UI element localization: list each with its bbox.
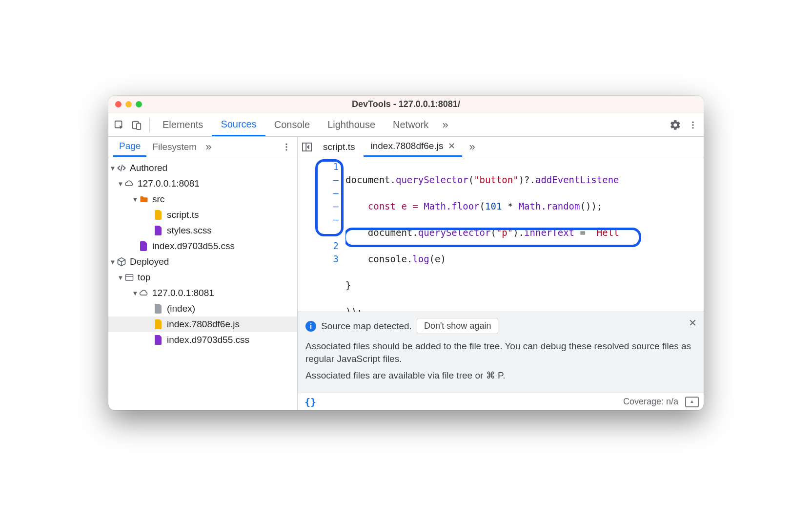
editor-statusbar: {} Coverage: n/a [298, 393, 704, 410]
svg-point-3 [692, 121, 693, 123]
pretty-print-button[interactable]: {} [303, 396, 318, 408]
tree-label: index.d9703d55.css [167, 335, 249, 345]
svg-point-8 [285, 149, 287, 150]
file-tab-label: index.7808df6e.js [370, 141, 443, 151]
svg-rect-2 [137, 123, 141, 129]
subtab-overflow-button[interactable]: » [203, 141, 214, 153]
file-tab-label: script.ts [323, 142, 355, 152]
svg-point-7 [285, 146, 287, 148]
inspect-element-icon[interactable] [110, 116, 128, 134]
line-gutter: 1 – – – – 2 3 [298, 157, 345, 266]
css-file-icon [153, 226, 164, 235]
package-icon [116, 257, 127, 267]
tree-group-authored[interactable]: ▼ Authored [108, 160, 297, 176]
file-tab-script-ts[interactable]: script.ts [316, 137, 362, 157]
infobox-text-2: Associated files are available via file … [305, 369, 696, 382]
tab-network[interactable]: Network [384, 113, 437, 136]
frame-icon [124, 274, 135, 281]
close-tab-icon[interactable]: ✕ [448, 141, 455, 151]
tree-label: (index) [167, 303, 195, 314]
close-window-button[interactable] [115, 101, 122, 107]
code-editor[interactable]: 1 – – – – 2 3 document.querySelector("bu… [298, 157, 704, 312]
infobox-title: Source map detected. [321, 321, 412, 332]
tree-label: script.ts [167, 210, 199, 220]
separator [149, 118, 150, 132]
cloud-icon [139, 289, 149, 297]
file-tab-index-js[interactable]: index.7808df6e.js ✕ [364, 137, 462, 157]
subtab-page[interactable]: Page [113, 137, 146, 157]
subtab-filesystem[interactable]: Filesystem [146, 137, 203, 157]
kebab-menu-icon[interactable] [684, 116, 702, 134]
js-file-icon [153, 319, 164, 329]
toggle-navigator-icon[interactable] [300, 140, 314, 154]
document-icon [153, 304, 164, 314]
tree-label: src [152, 194, 164, 205]
tree-label: 127.0.0.1:8081 [152, 288, 214, 298]
code-area[interactable]: document.querySelector("button")?.addEve… [345, 157, 704, 312]
tab-console[interactable]: Console [265, 113, 319, 136]
navigator-more-icon[interactable] [276, 142, 297, 152]
navigator-sidebar: Page Filesystem » ▼ Authored ▼ [108, 137, 298, 410]
file-tree: ▼ Authored ▼ 127.0.0.1:8081 ▼ [108, 157, 297, 410]
titlebar: DevTools - 127.0.0.1:8081/ [108, 96, 704, 113]
navigator-tabbar: Page Filesystem » [108, 137, 297, 157]
svg-point-6 [285, 143, 287, 145]
tree-file-index[interactable]: (index) [108, 301, 297, 316]
devtools-window: DevTools - 127.0.0.1:8081/ Elements Sour… [108, 96, 704, 410]
cloud-icon [124, 180, 135, 188]
tree-label: styles.scss [167, 225, 212, 236]
tree-label: Deployed [130, 256, 169, 267]
css-file-icon [139, 241, 149, 251]
svg-point-4 [692, 124, 693, 126]
sourcemap-infobox: ✕ i Source map detected. Don't show agai… [298, 312, 704, 393]
window-title: DevTools - 127.0.0.1:8081/ [108, 99, 704, 109]
traffic-lights [108, 101, 142, 107]
tree-host-authored[interactable]: ▼ 127.0.0.1:8081 [108, 176, 297, 191]
css-file-icon [153, 335, 164, 345]
device-toolbar-icon[interactable] [128, 116, 145, 134]
tree-host-deployed[interactable]: ▼ 127.0.0.1:8081 [108, 285, 297, 301]
dont-show-again-button[interactable]: Don't show again [417, 318, 499, 334]
tree-file-script-ts[interactable]: script.ts [108, 207, 297, 223]
coverage-label: Coverage: n/a [623, 397, 678, 407]
editor-panel: script.ts index.7808df6e.js ✕ » 1 – – – [298, 137, 704, 410]
minimize-window-button[interactable] [125, 101, 132, 107]
tree-file-index-css-dep[interactable]: index.d9703d55.css [108, 332, 297, 348]
tree-file-styles-scss[interactable]: styles.scss [108, 223, 297, 238]
tree-folder-src[interactable]: ▼ src [108, 191, 297, 207]
show-drawer-icon[interactable] [685, 397, 699, 407]
tree-label: 127.0.0.1:8081 [138, 178, 200, 189]
settings-icon[interactable] [667, 116, 684, 134]
tree-file-index-js[interactable]: index.7808df6e.js [108, 316, 297, 332]
tree-label: Authored [130, 163, 167, 173]
js-file-icon [153, 210, 164, 220]
main-tabstrip: Elements Sources Console Lighthouse Netw… [108, 113, 704, 137]
tabs-overflow-button[interactable]: » [437, 119, 453, 131]
info-icon: i [305, 321, 316, 332]
tree-group-deployed[interactable]: ▼ Deployed [108, 254, 297, 270]
code-highlight [345, 228, 641, 247]
code-icon [116, 163, 127, 173]
close-infobox-icon[interactable]: ✕ [689, 317, 697, 329]
tab-lighthouse[interactable]: Lighthouse [319, 113, 384, 136]
file-tab-overflow-button[interactable]: » [464, 141, 480, 153]
zoom-window-button[interactable] [136, 101, 142, 107]
file-tabbar: script.ts index.7808df6e.js ✕ » [298, 137, 704, 157]
infobox-text-1: Associated files should be added to the … [305, 340, 696, 365]
folder-icon [139, 195, 149, 203]
tab-sources[interactable]: Sources [212, 113, 265, 136]
tree-label: top [138, 272, 150, 283]
svg-rect-9 [126, 274, 133, 280]
tree-label: index.7808df6e.js [167, 319, 240, 330]
tree-top[interactable]: ▼ top [108, 270, 297, 285]
svg-point-5 [692, 127, 693, 128]
tree-file-index-css-auth[interactable]: index.d9703d55.css [108, 238, 297, 254]
tree-label: index.d9703d55.css [152, 241, 235, 252]
tab-elements[interactable]: Elements [154, 113, 212, 136]
